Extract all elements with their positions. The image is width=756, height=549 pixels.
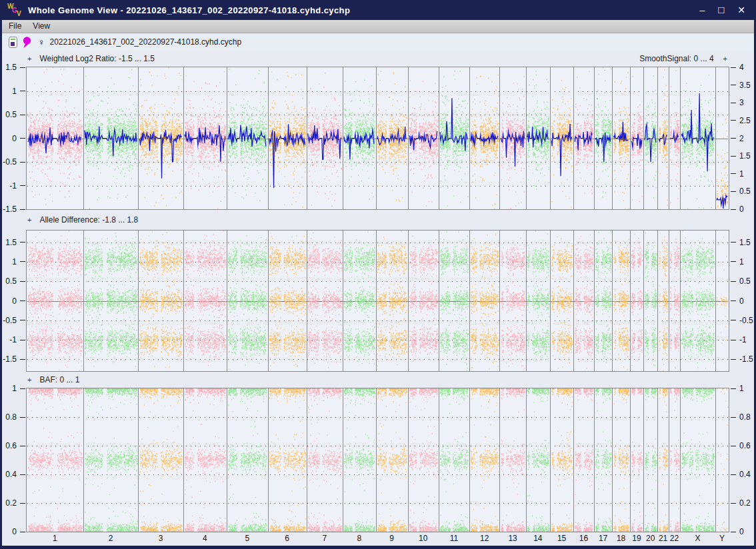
chromosome-label-19[interactable]: 19 — [632, 534, 641, 543]
axis-tick-label: 1.5 — [5, 63, 25, 72]
tick-text: 0.8 — [739, 412, 751, 422]
chromosome-label-16[interactable]: 16 — [579, 534, 588, 543]
tick-mark — [731, 242, 736, 243]
axis-tick-label: -1.5 — [3, 354, 25, 364]
axis-tick-label: 0.8 — [5, 412, 25, 422]
tick-text: -1 — [9, 181, 17, 191]
chromosome-label-1[interactable]: 1 — [53, 534, 57, 543]
chromosome-label-21[interactable]: 21 — [659, 534, 667, 543]
tick-text: 0.6 — [5, 441, 17, 450]
expand-icon[interactable]: + — [723, 55, 727, 63]
axis-tick-label: 0.2 — [731, 498, 751, 508]
tick-mark — [20, 138, 25, 139]
tick-text: -1.5 — [739, 354, 753, 364]
tick-mark — [731, 156, 736, 157]
chromosome-label-8[interactable]: 8 — [357, 534, 361, 543]
axis-tick-label: 1 — [731, 384, 744, 393]
tick-text: 0.8 — [5, 412, 17, 422]
sample-toolbar: ♀ 20221026_143617_002_20220927-41018.cyh… — [2, 33, 754, 51]
axis-tick-label: 1 — [12, 257, 25, 267]
tick-text: 0.4 — [739, 470, 751, 479]
chromosome-label-20[interactable]: 20 — [646, 534, 655, 543]
genome-view-content: + Weighted Log2 Ratio: -1.5 ... 1.5 Smoo… — [2, 51, 754, 546]
axis-tick-label: 1.5 — [731, 238, 751, 247]
tick-text: 1.5 — [5, 63, 17, 72]
chromosome-label-15[interactable]: 15 — [557, 534, 566, 543]
menu-view[interactable]: View — [33, 20, 56, 33]
title-bar[interactable]: W G V Whole Genome View - 20221026_14361… — [0, 0, 756, 20]
tick-mark — [20, 532, 25, 532]
axis-tick-label: 2.5 — [731, 116, 751, 125]
tick-text: 1.5 — [739, 238, 751, 247]
menu-bar: File View — [2, 20, 754, 33]
axis-tick-label: -1.5 — [3, 205, 25, 214]
tick-text: 0.4 — [5, 470, 17, 479]
tick-mark — [20, 417, 25, 418]
chromosome-label-13[interactable]: 13 — [508, 534, 517, 543]
chromosome-label-9[interactable]: 9 — [389, 534, 394, 543]
chromosome-label-18[interactable]: 18 — [617, 534, 625, 543]
chromosome-label-11[interactable]: 11 — [450, 534, 458, 543]
axis-tick-label: 0 — [12, 134, 25, 143]
axis-tick-label: 0 — [12, 527, 25, 536]
tick-mark — [20, 185, 25, 186]
menu-file[interactable]: File — [9, 20, 27, 33]
axis-tick-label: 3 — [731, 98, 744, 107]
plot-canvas-baf[interactable] — [27, 388, 729, 532]
plot-canvas-weighted-log2-ratio[interactable] — [27, 67, 729, 209]
plot-baf[interactable] — [26, 388, 729, 532]
axis-tick-label: 0.6 — [5, 441, 25, 450]
expand-icon[interactable]: + — [27, 376, 31, 384]
tick-mark — [731, 340, 736, 340]
expand-icon[interactable]: + — [27, 55, 31, 63]
array-file-icon — [9, 37, 17, 48]
minimize-icon[interactable]: – — [699, 5, 705, 15]
plot-canvas-allele-difference[interactable] — [27, 231, 729, 371]
maximize-icon[interactable]: □ — [718, 5, 724, 15]
tick-mark — [731, 503, 736, 504]
panel-header-allele-difference: + Allele Difference: -1.8 ... 1.8 — [27, 215, 138, 225]
tick-mark — [731, 191, 736, 192]
tick-text: 0 — [739, 527, 744, 536]
axis-tick-label: -1.5 — [731, 354, 753, 364]
tick-text: 3.5 — [739, 81, 751, 90]
tick-text: -1.5 — [3, 354, 17, 364]
chromosome-label-5[interactable]: 5 — [245, 534, 249, 543]
chromosome-label-10[interactable]: 10 — [419, 534, 427, 543]
axis-tick-label: -0.5 — [3, 316, 25, 325]
tick-mark — [20, 300, 25, 301]
chromosome-label-X[interactable]: X — [695, 534, 701, 543]
tick-text: -1 — [9, 335, 17, 344]
chromosome-label-22[interactable]: 22 — [670, 534, 679, 543]
female-symbol-icon: ♀ — [38, 37, 45, 47]
chromosome-label-4[interactable]: 4 — [203, 534, 207, 543]
chromosome-label-14[interactable]: 14 — [533, 534, 542, 543]
chromosome-label-6[interactable]: 6 — [285, 534, 289, 543]
tick-mark — [731, 532, 736, 532]
axis-tick-label: 0.2 — [5, 498, 25, 508]
tick-mark — [731, 103, 736, 103]
plot-allele-difference[interactable] — [26, 230, 729, 372]
close-icon[interactable]: ✕ — [737, 5, 745, 15]
tick-mark — [731, 300, 736, 301]
chromosome-label-17[interactable]: 17 — [599, 534, 607, 543]
tick-text: 1 — [739, 257, 744, 267]
chromosome-label-3[interactable]: 3 — [159, 534, 163, 543]
chromosome-label-Y[interactable]: Y — [719, 534, 725, 543]
expand-icon[interactable]: + — [27, 216, 31, 224]
axis-tick-label: 0 — [731, 296, 744, 306]
chromosome-label-12[interactable]: 12 — [480, 534, 489, 543]
tick-mark — [20, 446, 25, 446]
chromosome-label-2[interactable]: 2 — [109, 534, 113, 543]
tick-mark — [20, 67, 25, 68]
tick-mark — [731, 417, 736, 418]
tick-mark — [731, 173, 736, 174]
axis-tick-label: 0.5 — [731, 187, 751, 196]
left-axis: 1.510.50-0.5-1-1.51.510.50-0.5-1-1.510.8… — [2, 51, 26, 546]
axis-tick-label: 0 — [731, 527, 744, 536]
chromosome-label-7[interactable]: 7 — [322, 534, 327, 543]
tick-mark — [731, 209, 736, 210]
tick-text: 2 — [739, 134, 744, 143]
chromosome-labels: 12345678910111213141516171819202122XY — [26, 533, 729, 544]
plot-weighted-log2-ratio[interactable] — [26, 67, 729, 210]
